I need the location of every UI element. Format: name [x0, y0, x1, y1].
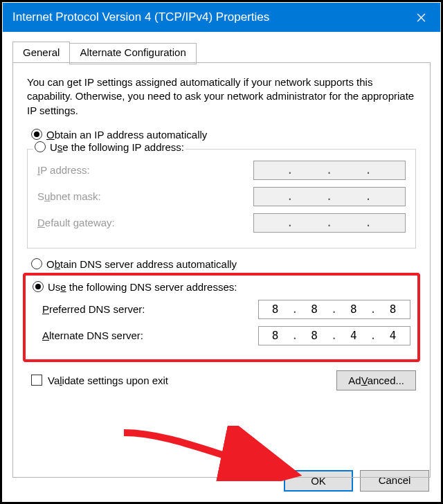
input-subnet-mask: ...	[253, 187, 406, 206]
label-default-gateway: Default gateway:	[37, 217, 115, 228]
tab-alternate-configuration[interactable]: Alternate Configuration	[69, 43, 196, 64]
label-subnet-mask: Subnet mask:	[37, 190, 101, 202]
label-alternate-dns: Alternate DNS server:	[42, 330, 143, 341]
input-preferred-dns[interactable]: 8. 8. 8. 8	[258, 300, 410, 319]
group-ip-manual: Use the following IP address: IP address…	[27, 149, 416, 249]
label-ip-address: IP address:	[37, 164, 90, 176]
annotation-arrow-icon	[117, 426, 311, 481]
advanced-button[interactable]: AdVanced...	[336, 370, 416, 390]
window-title: Internet Protocol Version 4 (TCP/IPv4) P…	[12, 10, 401, 24]
radio-icon	[33, 281, 44, 292]
tab-strip: General Alternate Configuration	[12, 42, 431, 63]
radio-label: Use the following DNS server addresses:	[48, 281, 237, 293]
input-ip-address: ...	[253, 161, 406, 180]
title-bar: Internet Protocol Version 4 (TCP/IPv4) P…	[3, 3, 440, 32]
radio-label: Obtain an IP address automatically	[46, 129, 207, 141]
radio-icon	[35, 141, 46, 152]
checkbox-label: Validate settings upon exit	[48, 375, 168, 386]
intro-text: You can get IP settings assigned automat…	[27, 75, 416, 118]
radio-use-following-dns[interactable]: Use the following DNS server addresses:	[33, 281, 410, 293]
tab-general[interactable]: General	[12, 42, 70, 63]
highlight-box: Use the following DNS server addresses: …	[23, 273, 420, 362]
close-button[interactable]	[401, 3, 440, 32]
label-preferred-dns: Preferred DNS server:	[42, 303, 145, 315]
radio-label: Use the following IP address:	[50, 141, 184, 153]
checkbox-validate-on-exit[interactable]: Validate settings upon exit	[31, 375, 168, 386]
close-icon	[417, 13, 426, 22]
radio-icon	[31, 129, 42, 140]
checkbox-icon	[31, 375, 42, 386]
radio-obtain-ip-auto[interactable]: Obtain an IP address automatically	[31, 129, 416, 141]
radio-icon	[31, 258, 42, 269]
radio-obtain-dns-auto[interactable]: Obtain DNS server address automatically	[31, 258, 416, 270]
input-default-gateway: ...	[253, 213, 406, 233]
radio-use-following-ip[interactable]: Use the following IP address:	[33, 141, 186, 153]
tab-panel-general: You can get IP settings assigned automat…	[12, 62, 431, 478]
input-alternate-dns[interactable]: 8. 8. 4. 4	[258, 326, 410, 345]
radio-label: Obtain DNS server address automatically	[46, 258, 237, 270]
